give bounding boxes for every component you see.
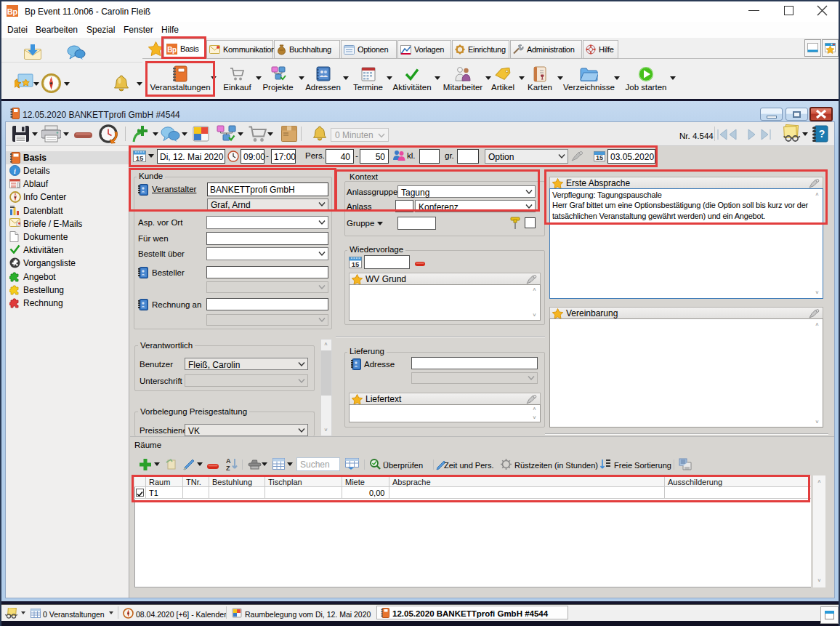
- svg-text:?: ?: [819, 128, 825, 140]
- svg-text:Bp: Bp: [167, 45, 177, 53]
- svg-text:15: 15: [596, 154, 603, 161]
- svg-text:Z: Z: [226, 465, 230, 471]
- svg-text:i: i: [14, 167, 16, 175]
- svg-text:15: 15: [352, 260, 360, 268]
- svg-text:A: A: [226, 457, 231, 465]
- svg-text:15: 15: [136, 154, 144, 162]
- svg-text:Bp: Bp: [7, 7, 18, 16]
